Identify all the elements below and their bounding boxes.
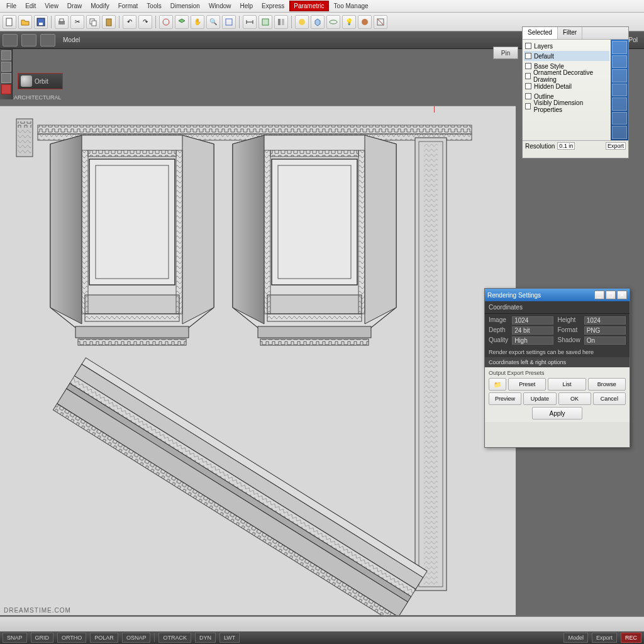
ic-text[interactable]	[612, 112, 627, 125]
menu-dimension[interactable]: Dimension	[167, 1, 204, 11]
panel-row-visibly[interactable]: Visibly Dimension Properties	[524, 101, 609, 111]
menu-window[interactable]: Window	[205, 1, 235, 11]
panel-row-default[interactable]: Default	[524, 51, 609, 61]
menu-file[interactable]: File	[3, 1, 20, 11]
sb-home[interactable]	[3, 34, 18, 47]
tb-redo[interactable]: ↷	[138, 15, 152, 29]
dlg-update[interactable]: Update	[523, 392, 556, 405]
tb-grid[interactable]: GRID	[31, 633, 54, 643]
ic-block[interactable]	[612, 126, 627, 139]
panel-foot-export[interactable]: Export	[606, 142, 626, 150]
ls-snap[interactable]	[1, 73, 11, 83]
svg-rect-46	[358, 150, 365, 314]
tb-cut[interactable]: ✂	[70, 15, 84, 29]
dialog-close[interactable]: ✕	[617, 291, 627, 299]
dlg-depth[interactable]: 24 bit	[512, 326, 553, 335]
dlg-height[interactable]: 1024	[584, 316, 626, 325]
tb-match[interactable]	[159, 15, 173, 29]
ic-color[interactable]	[612, 55, 627, 69]
ls-record[interactable]	[1, 84, 11, 94]
tb-undo[interactable]: ↶	[123, 15, 136, 29]
tb-zoomext[interactable]	[222, 15, 236, 29]
menu-modify[interactable]: Modify	[87, 1, 113, 11]
section-line	[434, 106, 435, 113]
tb-print[interactable]	[55, 15, 69, 29]
dlg-apply[interactable]: Apply	[532, 407, 582, 419]
svg-rect-43	[258, 326, 371, 338]
tb-pan[interactable]: ✋	[191, 15, 204, 29]
tb-otrack[interactable]: OTRACK	[158, 633, 191, 643]
dlg-shadow[interactable]: On	[584, 336, 626, 345]
tb-zoom[interactable]: 🔍	[206, 15, 220, 29]
tb-model[interactable]: Model	[564, 633, 588, 643]
tb-open[interactable]	[18, 15, 32, 29]
menu-manage[interactable]: Too Manage	[330, 1, 372, 11]
dlg-format[interactable]: PNG	[584, 326, 626, 335]
tb-rec[interactable]: REC	[621, 633, 641, 643]
ic-dim[interactable]	[612, 97, 627, 111]
tb-layer[interactable]	[175, 15, 189, 29]
dialog-titlebar[interactable]: Rendering Settings _ ▢ ✕	[485, 289, 630, 301]
tb-area[interactable]	[258, 15, 272, 29]
tb-paste[interactable]	[102, 15, 116, 29]
svg-marker-24	[50, 135, 82, 324]
tb-mat[interactable]	[358, 15, 372, 29]
orbit-tool-chip[interactable]: Orbit	[18, 73, 63, 89]
tb-copy[interactable]	[86, 15, 100, 29]
dialog-max[interactable]: ▢	[606, 291, 616, 299]
ic-line[interactable]	[612, 69, 627, 82]
tb-3d[interactable]	[311, 15, 325, 29]
sb-view[interactable]	[40, 34, 55, 47]
menu-express[interactable]: Express	[258, 1, 288, 11]
dlg-browse[interactable]: Browse	[588, 378, 626, 391]
menu-format[interactable]: Format	[114, 1, 142, 11]
menu-edit[interactable]: Edit	[21, 1, 40, 11]
viewport[interactable]	[0, 106, 516, 615]
menu-parametric[interactable]: Parametric	[289, 1, 328, 11]
panel-tab-selected[interactable]: Selected	[523, 27, 558, 39]
tb-osnap[interactable]: OSNAP	[122, 633, 151, 643]
dlg-ok[interactable]: OK	[558, 392, 591, 405]
menu-help[interactable]: Help	[236, 1, 257, 11]
panel-row-layers[interactable]: Layers	[524, 41, 609, 51]
menu-tools[interactable]: Tools	[143, 1, 165, 11]
tb-dist[interactable]	[243, 15, 257, 29]
svg-rect-2	[39, 23, 43, 25]
panel-row-ornament[interactable]: Ornament Decorative Drawing	[524, 71, 609, 81]
dialog-min[interactable]: _	[594, 291, 604, 299]
tb-save[interactable]	[34, 15, 48, 29]
orbit-icon	[21, 75, 32, 87]
panel-tab-filter[interactable]: Filter	[558, 27, 582, 39]
tb-dyn[interactable]: DYN	[195, 633, 216, 643]
ic-hatch[interactable]	[612, 84, 627, 97]
ls-home[interactable]	[1, 50, 11, 60]
tb-props[interactable]	[274, 15, 288, 29]
ic-layer[interactable]	[612, 41, 627, 54]
panel-foot-value[interactable]: 0.1 in	[557, 142, 575, 150]
tb-orbit[interactable]	[326, 15, 340, 29]
dlg-preset[interactable]: Preset	[508, 378, 546, 391]
dlg-preview[interactable]: Preview	[489, 392, 521, 405]
sb-layers[interactable]	[21, 34, 36, 47]
menu-view[interactable]: View	[41, 1, 62, 11]
tb-new[interactable]	[3, 15, 16, 29]
dlg-folder-icon[interactable]: 📁	[489, 378, 506, 391]
tb-snap[interactable]: SNAP	[3, 633, 27, 643]
menu-draw[interactable]: Draw	[64, 1, 86, 11]
tb-ortho[interactable]: ORTHO	[57, 633, 86, 643]
pin-button[interactable]: Pin	[493, 47, 518, 59]
tb-lwt[interactable]: LWT	[219, 633, 240, 643]
dlg-list[interactable]: List	[548, 378, 586, 391]
panel-iconcol	[611, 40, 628, 140]
dialog-grid: Image1024 Height1024 Depth24 bit FormatP…	[485, 314, 630, 347]
ls-layers[interactable]	[1, 62, 11, 72]
dlg-cancel[interactable]: Cancel	[593, 392, 626, 405]
tb-render[interactable]	[295, 15, 309, 29]
tb-light[interactable]: 💡	[342, 15, 356, 29]
tb-export[interactable]: Export	[592, 633, 617, 643]
dlg-quality[interactable]: High	[512, 336, 553, 345]
tb-polar[interactable]: POLAR	[90, 633, 118, 643]
architectural-drawing	[13, 113, 497, 615]
tb-section[interactable]	[374, 15, 387, 29]
dlg-image[interactable]: 1024	[512, 316, 553, 325]
